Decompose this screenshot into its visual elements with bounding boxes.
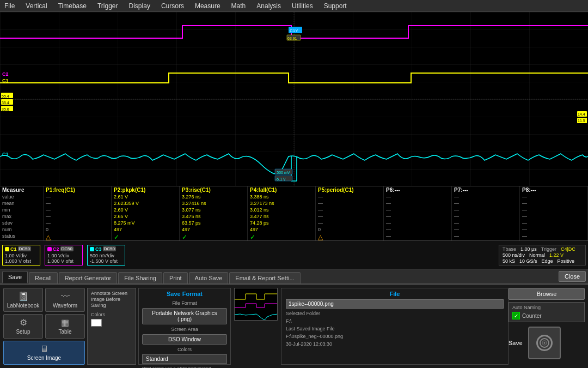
measure-r6-c2: ✓ <box>112 233 180 240</box>
screenimage-label: Screen Image <box>27 355 61 361</box>
timebase-block: Tbase 1.00 µs Trigger C4|DC 500 ns/div N… <box>499 245 586 266</box>
table-icon: ▦ <box>61 317 69 328</box>
tab-email-report[interactable]: Email & Report Setti... <box>229 272 300 283</box>
measure-col-4: P4:fall(C1) <box>248 186 316 194</box>
menu-math[interactable]: Math <box>229 1 248 11</box>
ch2-dot <box>47 247 52 251</box>
svg-text:-5.1 V: -5.1 V <box>275 177 286 181</box>
preview-svg <box>235 288 278 321</box>
ch3-waveform <box>0 154 588 181</box>
measure-r4-c1: — <box>44 220 112 226</box>
measure-area: Measure P1:freq(C1) P2:pkpk(C1) P3:rise(… <box>0 186 588 241</box>
folder-val: F:\ <box>286 318 504 324</box>
menu-display[interactable]: Display <box>127 1 152 11</box>
print-colors-note: Print colors use a white background <box>142 366 227 368</box>
measure-r2-c6: — <box>384 207 452 213</box>
measure-r0-label: value <box>0 194 44 200</box>
ch3-info-block[interactable]: C3 DC50 500 mV/div -1.500 V ofst <box>87 245 125 266</box>
menu-trigger[interactable]: Trigger <box>95 1 120 11</box>
measure-r6-c4: ✓ <box>248 233 316 240</box>
color-swatch[interactable] <box>91 319 102 327</box>
ch2-vdiv: 1.00 V/div <box>47 253 80 258</box>
svg-text:C1Y: C1Y <box>290 28 298 33</box>
menu-utilities[interactable]: Utilities <box>290 1 315 11</box>
measure-r6-c6: — <box>384 233 452 240</box>
measure-r0-c7: — <box>452 194 520 200</box>
menu-analysis[interactable]: Analysis <box>254 1 283 11</box>
measure-r1-c3: 3.27416 ns <box>180 200 248 207</box>
auto-naming-block: Auto Naming ✓ Counter <box>509 302 585 322</box>
measure-r0-c1: — <box>44 194 112 200</box>
measure-r2-label: min <box>0 207 44 213</box>
save-button[interactable] <box>528 327 561 359</box>
menu-timebase[interactable]: Timebase <box>56 1 89 11</box>
measure-r6-label: status <box>0 233 44 240</box>
measure-r3-c8: — <box>520 213 588 220</box>
preview-image <box>234 288 278 321</box>
measure-col-7: P7:--- <box>452 186 520 194</box>
measure-r1-c2: 2.623359 V <box>112 200 180 207</box>
measure-r1-c6: — <box>384 200 452 207</box>
ch3-dot <box>90 247 94 251</box>
waveform-area: C1Y 14.4 11.5 55.4 35.4 35.6 -500 mV -5.… <box>0 12 588 186</box>
colors-standard-button[interactable]: Standard <box>142 354 227 364</box>
ch1-badge: DC50 <box>18 246 31 251</box>
menu-file[interactable]: File <box>2 1 17 11</box>
ch3-vdiv: 500 mV/div <box>90 253 122 258</box>
counter-checkbox[interactable]: ✓ <box>512 312 520 319</box>
measure-r0-c3: 3.276 ns <box>180 194 248 200</box>
annotate-block: Annotate Screen Image Before Saving Colo… <box>87 288 136 365</box>
tab-recall[interactable]: Recall <box>29 272 58 283</box>
tab-report-generator[interactable]: Report Generator <box>59 272 118 283</box>
menu-support[interactable]: Support <box>322 1 349 11</box>
annotate-label: Annotate Screen Image Before Saving <box>91 291 132 308</box>
save-panel: 📓 LabNotebook 〰 Waveform ⚙ Setup ▦ Table… <box>0 285 588 368</box>
setup-button[interactable]: ⚙ Setup <box>3 314 43 338</box>
browse-button[interactable]: Browse <box>509 288 585 300</box>
waveform-icon: 〰 <box>61 292 70 301</box>
menu-cursors[interactable]: Cursors <box>159 1 186 11</box>
tab-file-sharing[interactable]: File Sharing <box>118 272 162 283</box>
measure-r5-c6: — <box>384 226 452 233</box>
measure-r2-c3: 3.077 ns <box>180 207 248 213</box>
menu-vertical[interactable]: Vertical <box>23 1 49 11</box>
ch2-info-block[interactable]: C2 DC50 1.00 V/div 1.000 V ofst <box>45 245 83 266</box>
measure-col-5: P5:period(C1) <box>316 186 384 194</box>
polarity-val: Positive <box>558 258 575 264</box>
measure-r3-c2: 2.65 V <box>112 213 180 220</box>
right-action-block: Browse Auto Naming ✓ Counter Save <box>509 288 585 365</box>
selected-folder-label: Selected Folder <box>286 311 504 316</box>
file-format-label: File Format <box>142 300 227 306</box>
menu-measure[interactable]: Measure <box>193 1 223 11</box>
table-button[interactable]: ▦ Table <box>45 314 85 338</box>
svg-text:63.91: 63.91 <box>287 37 297 40</box>
close-button[interactable]: Close <box>559 271 586 282</box>
screenimage-button[interactable]: 🖥 Screen Image <box>3 341 85 365</box>
measure-r5-c1: 0 <box>44 226 112 233</box>
file-format-button[interactable]: Portable Network Graphics (.png) <box>142 308 227 324</box>
file-section-title: File <box>286 291 504 297</box>
measure-r4-c7: — <box>452 220 520 226</box>
screen-area-button[interactable]: DSO Window <box>142 334 227 345</box>
svg-text:-500 mV: -500 mV <box>275 171 290 174</box>
tab-save[interactable]: Save <box>2 271 28 283</box>
waveform-button[interactable]: 〰 Waveform <box>45 288 85 312</box>
measure-r3-c3: 3.475 ns <box>180 213 248 220</box>
screen-area-label: Screen Area <box>142 327 227 332</box>
screenimage-icon: 🖥 <box>40 344 48 354</box>
ch1-info-block[interactable]: C1 DC50 1.00 V/div 1.000 V ofst <box>2 245 40 266</box>
measure-col-8: P8:--- <box>520 186 588 194</box>
filename-input[interactable] <box>286 299 504 309</box>
measure-r5-label: num <box>0 226 44 233</box>
tab-print[interactable]: Print <box>163 272 188 283</box>
measure-col-2: P2:pkpk(C1) <box>112 186 180 194</box>
tab-auto-save[interactable]: Auto Save <box>189 272 229 283</box>
labnotebook-button[interactable]: 📓 LabNotebook <box>3 288 43 312</box>
measure-r4-c4: 74.28 ps <box>248 220 316 226</box>
measure-r0-c5: — <box>316 194 384 200</box>
colors-section-label: Colors <box>142 347 227 352</box>
measure-r2-c7: — <box>452 207 520 213</box>
save-type-buttons: 📓 LabNotebook 〰 Waveform ⚙ Setup ▦ Table… <box>3 288 85 365</box>
measure-r5-c3: 497 <box>180 226 248 233</box>
trigger-label: Trigger <box>541 246 556 252</box>
